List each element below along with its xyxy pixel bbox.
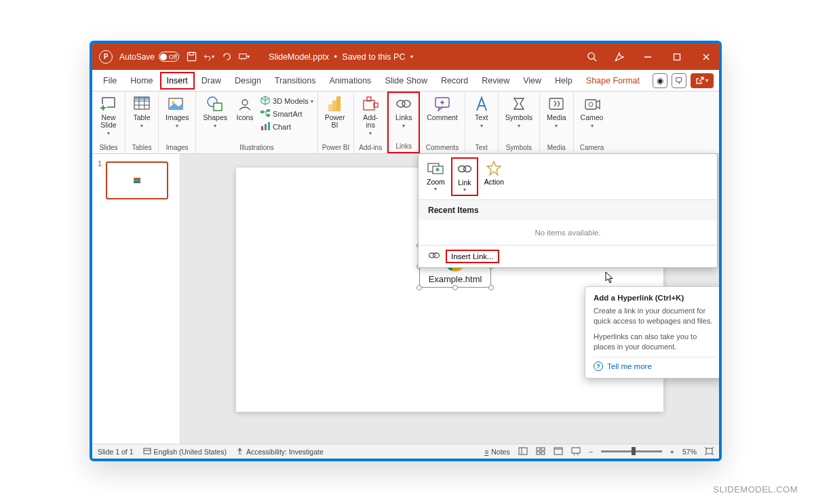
comments-pane-button[interactable]: 🗨	[672, 73, 686, 88]
search-icon[interactable]	[586, 52, 597, 62]
svg-point-10	[172, 101, 174, 104]
svg-rect-18	[265, 124, 267, 130]
redo-icon[interactable]	[221, 52, 232, 62]
svg-point-31	[589, 102, 593, 106]
resize-handle[interactable]	[488, 285, 494, 290]
links-icon	[395, 95, 412, 113]
designer-icon[interactable]	[614, 52, 625, 62]
watermark: SLIDEMODEL.COM	[713, 484, 798, 495]
close-button[interactable]	[700, 51, 712, 63]
resize-handle[interactable]	[416, 285, 422, 290]
zoom-out-button[interactable]: −	[589, 448, 593, 456]
object-filename: Example.html	[423, 274, 488, 284]
present-icon[interactable]: ▾	[239, 52, 250, 62]
slide-thumbnail-1[interactable]	[106, 161, 168, 199]
share-button[interactable]: ▾	[691, 73, 714, 88]
cursor-icon	[605, 271, 615, 286]
tab-slideshow[interactable]: Slide Show	[378, 72, 434, 90]
link-icon	[428, 251, 440, 262]
tab-home[interactable]: Home	[123, 72, 159, 90]
action-button[interactable]: Action	[480, 157, 509, 196]
zoom-slider[interactable]	[601, 450, 662, 452]
cameo-button[interactable]: Cameo▾	[578, 94, 606, 130]
link-icon	[457, 161, 473, 177]
autosave-label: AutoSave	[119, 52, 155, 62]
sorter-view-button[interactable]	[536, 447, 545, 457]
zoom-level[interactable]: 57%	[682, 448, 697, 456]
link-button[interactable]: Link▾	[451, 157, 478, 196]
svg-point-48	[463, 166, 471, 172]
normal-view-button[interactable]	[518, 447, 528, 457]
chart-button[interactable]: Chart	[260, 121, 313, 133]
tab-view[interactable]: View	[516, 72, 548, 90]
shapes-button[interactable]: Shapes▾	[200, 94, 230, 130]
icons-button[interactable]: Icons	[233, 94, 257, 123]
text-icon	[473, 95, 490, 113]
chart-icon	[260, 121, 271, 132]
tab-file[interactable]: File	[96, 72, 123, 90]
addins-button[interactable]: Add- ins▾	[358, 94, 383, 138]
cube-icon	[260, 96, 271, 106]
text-button[interactable]: Text▾	[469, 94, 494, 130]
slide-counter[interactable]: Slide 1 of 1	[98, 448, 134, 456]
powerbi-button[interactable]: Power BI	[322, 94, 348, 130]
document-title[interactable]: SlideModel.pptx • Saved to this PC▾	[269, 52, 413, 62]
record-indicator-button[interactable]: ◉	[653, 73, 667, 88]
autosave-toggle[interactable]: AutoSave Off	[119, 52, 179, 62]
tab-record[interactable]: Record	[434, 72, 475, 90]
svg-point-27	[402, 100, 410, 107]
tab-animations[interactable]: Animations	[323, 72, 379, 90]
svg-rect-16	[267, 114, 270, 117]
svg-rect-34	[144, 448, 151, 454]
media-icon	[547, 95, 565, 113]
svg-rect-40	[541, 452, 545, 454]
tab-transitions[interactable]: Transitions	[268, 72, 323, 90]
slide-thumbnails-panel[interactable]: 1	[92, 154, 180, 444]
links-dropdown: Zoom▾ Link▾ Action Recent Items No items…	[418, 153, 718, 268]
tab-help[interactable]: Help	[548, 72, 579, 90]
svg-rect-38	[541, 448, 545, 450]
undo-icon[interactable]: ▾	[204, 52, 214, 62]
thumb-number: 1	[98, 159, 102, 199]
media-button[interactable]: Media▾	[544, 94, 569, 130]
notes-toggle[interactable]: ≡Notes	[484, 448, 510, 456]
3d-models-button[interactable]: 3D Models▾	[260, 95, 313, 107]
symbols-icon	[510, 95, 528, 113]
new-slide-button[interactable]: New Slide▾	[96, 94, 121, 138]
save-icon[interactable]	[186, 52, 197, 62]
insert-link-menuitem[interactable]: Insert Link...	[419, 245, 717, 267]
tell-me-more-link[interactable]: ? Tell me more	[594, 357, 717, 371]
title-bar: P AutoSave Off ▾ ▾ SlideModel.pptx • Sav…	[92, 43, 719, 70]
minimize-button[interactable]	[642, 51, 654, 63]
accessibility-indicator[interactable]: Accessibility: Investigate	[236, 448, 324, 456]
zoom-link-button[interactable]: Zoom▾	[422, 157, 450, 196]
symbols-button[interactable]: Symbols▾	[503, 94, 535, 130]
svg-rect-21	[332, 100, 336, 111]
images-button[interactable]: Images▾	[163, 94, 191, 130]
svg-rect-19	[268, 122, 270, 130]
tab-shape-format[interactable]: Shape Format	[579, 72, 646, 90]
smartart-button[interactable]: SmartArt	[260, 108, 313, 120]
links-button[interactable]: Links▾	[391, 94, 416, 130]
tab-draw[interactable]: Draw	[195, 72, 228, 90]
table-button[interactable]: Table▾	[130, 94, 154, 130]
maximize-button[interactable]	[671, 51, 683, 63]
tab-insert[interactable]: Insert	[160, 72, 195, 90]
tooltip-text-2: Hyperlinks can also take you to places i…	[594, 332, 717, 352]
resize-handle[interactable]	[452, 285, 458, 290]
zoom-in-button[interactable]: +	[670, 448, 674, 456]
recent-items-header: Recent Items	[419, 200, 717, 220]
hyperlink-tooltip: Add a Hyperlink (Ctrl+K) Create a link i…	[585, 286, 722, 379]
svg-rect-22	[328, 104, 332, 111]
comment-button[interactable]: Comment	[424, 94, 461, 123]
svg-point-46	[436, 168, 440, 172]
tab-design[interactable]: Design	[228, 72, 268, 90]
svg-rect-17	[261, 126, 263, 130]
tab-review[interactable]: Review	[475, 72, 516, 90]
svg-rect-14	[260, 111, 264, 113]
language-indicator[interactable]: English (United States)	[143, 448, 227, 456]
powerbi-icon	[326, 95, 344, 113]
slideshow-view-button[interactable]	[571, 447, 581, 457]
reading-view-button[interactable]	[554, 447, 563, 457]
fit-to-window-button[interactable]	[705, 447, 714, 457]
